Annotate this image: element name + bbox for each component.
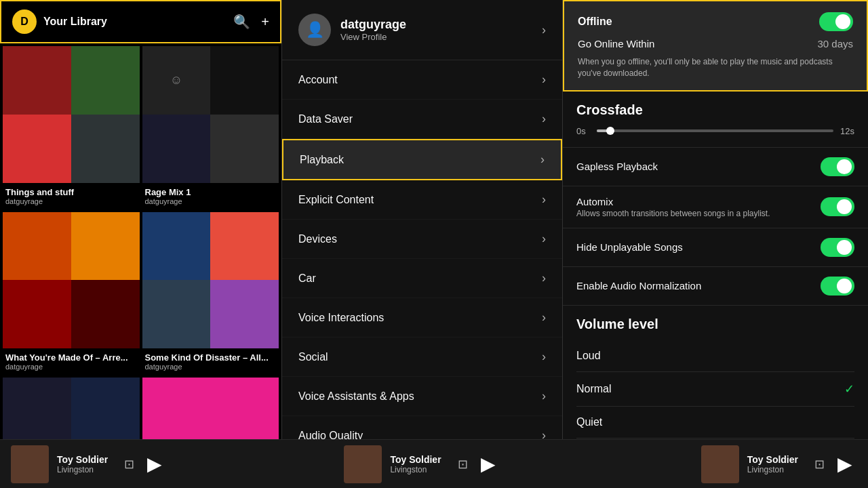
volume-section: Volume level Loud Normal ✓ Quiet <box>563 306 868 439</box>
settings-label: Playback <box>300 154 344 166</box>
offline-description: When you go offline, you'll only be able… <box>578 56 853 79</box>
volume-label: Loud <box>576 350 601 362</box>
item-title: What You're Made Of – Arre... <box>5 352 137 363</box>
chevron-right-icon: › <box>542 23 546 37</box>
toggle-label-gapless: Gapless Playback <box>576 161 658 172</box>
left-panel: D Your Library 🔍 + <box>0 0 281 439</box>
settings-item-voice-assistants[interactable]: Voice Assistants & Apps › <box>282 377 562 416</box>
player-title-middle: Toy Soldier <box>390 454 441 465</box>
settings-item-playback[interactable]: Playback › <box>282 139 562 180</box>
player-middle: Toy Soldier Livingston ⊡ ▶ <box>281 445 563 483</box>
audio-normalization-toggle[interactable] <box>821 277 854 296</box>
chevron-right-icon: › <box>542 192 546 207</box>
crossfade-slider-row: 0s 12s <box>576 126 854 136</box>
chevron-right-icon: › <box>542 389 546 403</box>
settings-item-explicit[interactable]: Explicit Content › <box>282 180 562 220</box>
hide-unplayable-toggle[interactable] <box>821 238 854 257</box>
play-button-middle[interactable]: ▶ <box>476 452 500 476</box>
device-button-right[interactable]: ⊡ <box>814 457 825 472</box>
settings-item-data-saver[interactable]: Data Saver › <box>282 100 562 139</box>
item-title: Things and stuff <box>5 187 137 197</box>
play-button-right[interactable]: ▶ <box>833 452 857 476</box>
library-grid: Things and stuff datguyrage ☺ Rage Mix 1… <box>0 43 281 439</box>
automix-row: Automix Allows smooth transitions betwee… <box>563 186 868 228</box>
gapless-toggle[interactable] <box>821 157 854 176</box>
automix-toggle[interactable] <box>821 197 854 216</box>
toggle-description: Allows smooth transitions between songs … <box>576 209 770 218</box>
player-info-left: Toy Soldier Livingston <box>57 454 108 474</box>
settings-item-car[interactable]: Car › <box>282 259 562 298</box>
settings-label: Explicit Content <box>298 194 374 206</box>
item-title: Some Kind Of Disaster – All... <box>145 352 277 363</box>
list-item[interactable]: Your Top Your Top datguyrage <box>142 378 279 439</box>
chevron-right-icon: › <box>542 232 546 246</box>
item-title: Rage Mix 1 <box>145 187 277 197</box>
go-online-label: Go Online Within <box>578 38 654 49</box>
album-art-middle <box>344 445 382 483</box>
offline-row: Offline <box>578 12 853 31</box>
right-panel: Offline Go Online Within 30 days When yo… <box>563 0 868 439</box>
list-item[interactable]: What You're Made Of – Arre... datguyrage <box>3 212 140 375</box>
toggle-label-hide: Hide Unplayable Songs <box>576 241 683 253</box>
settings-label: Audio Quality <box>298 430 363 440</box>
settings-label: Car <box>298 272 316 285</box>
crossfade-title: Crossfade <box>576 102 854 118</box>
crossfade-section: Crossfade 0s 12s <box>563 92 868 148</box>
library-title: Your Library <box>43 16 107 28</box>
view-profile-link[interactable]: View Profile <box>340 32 406 42</box>
list-item[interactable]: Things and stuff datguyrage <box>3 46 140 209</box>
add-button[interactable]: + <box>261 14 269 30</box>
list-item[interactable]: Some Kind Of Disaster – All... datguyrag… <box>142 212 279 375</box>
play-button-left[interactable]: ▶ <box>142 452 167 476</box>
settings-label: Voice Assistants & Apps <box>298 390 414 403</box>
settings-item-account[interactable]: Account › <box>282 60 562 100</box>
settings-item-social[interactable]: Social › <box>282 338 562 377</box>
settings-label: Devices <box>298 233 337 245</box>
settings-item-devices[interactable]: Devices › <box>282 220 562 259</box>
item-subtitle: datguyrage <box>5 363 137 371</box>
list-item[interactable]: ☺ Rage Mix 1 datguyrage <box>142 46 279 209</box>
album-art-right <box>701 445 739 483</box>
profile-name: datguyrage <box>340 18 406 32</box>
settings-item-audio-quality[interactable]: Audio Quality › <box>282 416 562 439</box>
profile-info: 👤 datguyrage View Profile <box>298 14 406 46</box>
chevron-right-icon: › <box>542 428 546 439</box>
volume-title: Volume level <box>576 317 854 332</box>
volume-label: Normal <box>576 383 612 395</box>
list-item[interactable]: Paradise Remixes datguyrage <box>3 378 140 439</box>
settings-item-voice-interactions[interactable]: Voice Interactions › <box>282 298 562 338</box>
volume-option-normal[interactable]: Normal ✓ <box>576 372 854 407</box>
chevron-right-icon: › <box>542 271 546 285</box>
device-button-middle[interactable]: ⊡ <box>458 457 468 472</box>
crossfade-slider[interactable] <box>597 129 833 132</box>
checkmark-icon: ✓ <box>844 382 854 396</box>
settings-label: Social <box>298 351 328 363</box>
volume-option-quiet[interactable]: Quiet <box>576 407 854 439</box>
settings-label: Voice Interactions <box>298 312 384 324</box>
toggle-title: Gapless Playback <box>576 161 658 172</box>
player-info-middle: Toy Soldier Livingston <box>390 454 441 474</box>
item-subtitle: datguyrage <box>145 197 277 205</box>
header-left: D Your Library <box>12 9 107 34</box>
chevron-right-icon: › <box>542 310 546 325</box>
middle-panel: 👤 datguyrage View Profile › Account › Da… <box>281 0 563 439</box>
player-title-left: Toy Soldier <box>57 454 108 465</box>
volume-option-loud[interactable]: Loud <box>576 340 854 372</box>
settings-label: Account <box>298 74 338 86</box>
profile-section[interactable]: 👤 datguyrage View Profile › <box>282 0 562 60</box>
gapless-row: Gapless Playback <box>563 148 868 186</box>
chevron-right-icon: › <box>542 73 546 87</box>
player-info-right: Toy Soldier Livingston <box>747 454 798 474</box>
library-header: D Your Library 🔍 + <box>0 0 281 43</box>
slider-min-label: 0s <box>576 126 590 136</box>
device-button-left[interactable]: ⊡ <box>124 457 134 472</box>
audio-normalization-row: Enable Audio Normalization <box>563 267 868 306</box>
player-artist-left: Livingston <box>57 465 108 474</box>
go-online-value: 30 days <box>817 38 853 49</box>
hide-unplayable-row: Hide Unplayable Songs <box>563 228 868 267</box>
player-bar: Toy Soldier Livingston ⊡ ▶ Toy Soldier L… <box>0 439 868 488</box>
search-button[interactable]: 🔍 <box>233 14 250 30</box>
player-artist-middle: Livingston <box>390 465 441 474</box>
offline-toggle[interactable] <box>819 12 853 31</box>
chevron-right-icon: › <box>542 350 546 364</box>
